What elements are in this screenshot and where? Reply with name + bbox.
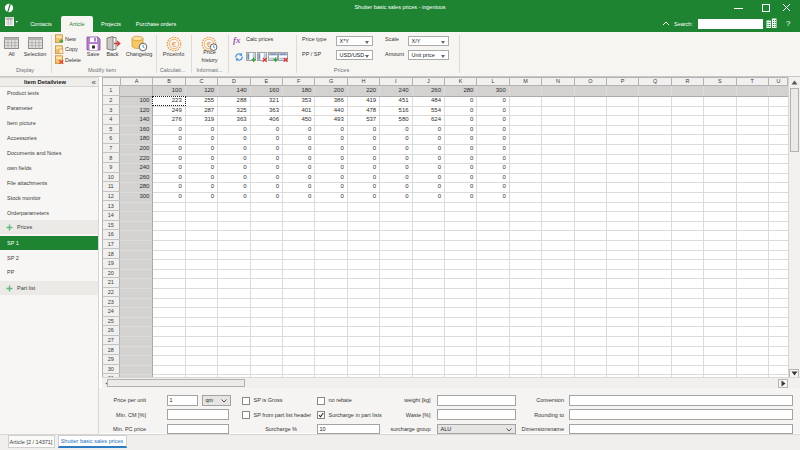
svg-text:€: € [171, 39, 176, 48]
